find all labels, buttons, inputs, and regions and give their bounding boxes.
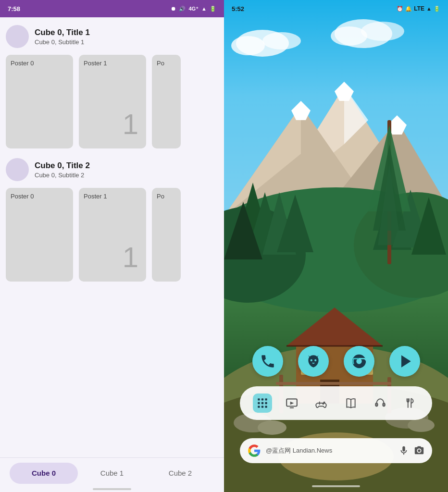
dock-video-icon[interactable] [282,394,301,413]
right-time: 5:52 [232,5,244,12]
svg-point-2 [231,36,265,55]
svg-rect-47 [258,398,260,400]
poster-1-0-label: Poster 0 [11,60,34,67]
dock-gamepad-icon[interactable] [311,394,331,413]
camera-icon[interactable] [414,445,424,456]
dock-book-icon[interactable] [341,394,361,413]
alarm-icon: ⏰ [397,6,403,12]
left-status-bar: 7:58 ⏺ 🔊 4G⁺ ▲ 🔋 [0,0,224,17]
svg-point-62 [324,402,325,403]
section-1-avatar [6,25,29,48]
svg-point-6 [361,22,404,41]
poster-1-2[interactable]: Po [152,55,181,148]
section-2-avatar [6,158,29,181]
dock-fork-icon[interactable] [400,394,419,413]
poster-1-2-label: Po [157,60,164,67]
sound-icon: 🔔 [405,6,412,12]
bottom-tabs: Cube 0 Cube 1 Cube 2 [0,457,224,492]
svg-rect-52 [265,402,267,404]
right-panel: 5:52 ⏰ 🔔 LTE ▲ 🔋 [224,0,448,492]
svg-point-3 [262,32,301,49]
left-status-icons: ⏺ 🔊 4G⁺ ▲ 🔋 [171,6,216,12]
tab-cube-0[interactable]: Cube 0 [10,463,78,484]
svg-point-72 [356,358,361,364]
home-indicator-right [312,485,360,487]
search-placeholder: @蓝点网 Landian.News [266,446,394,455]
right-status-icons: ⏰ 🔔 LTE ▲ 🔋 [397,5,440,12]
section-1: Cube 0, Title 1 Cube 0, Subtitle 1 Poste… [6,25,218,148]
poster-1-1-label: Poster 1 [84,60,107,67]
record-icon: ⏺ [171,6,176,12]
svg-point-69 [310,359,312,361]
battery-icon: 🔋 [210,6,216,12]
svg-point-36 [408,418,435,432]
section-1-title: Cube 0, Title 1 [35,28,90,37]
section-2-text: Cube 0, Title 2 Cube 0, Subtitle 2 [35,161,90,179]
section-2-header: Cube 0, Title 2 Cube 0, Subtitle 2 [6,158,218,181]
svg-rect-45 [276,382,391,385]
dock-grid-icon[interactable] [253,394,272,413]
cat-icon-launcher[interactable] [298,346,329,377]
poster-1-1[interactable]: Poster 1 1 [79,55,146,148]
phone-icon-launcher[interactable] [252,346,283,377]
launcher-icons [245,346,427,377]
svg-marker-57 [290,402,294,405]
svg-rect-54 [261,406,263,407]
wifi-icon: ▲ [201,6,207,12]
chrome-icon-launcher[interactable] [344,346,374,377]
signal-4g-icon: 4G⁺ [188,6,199,12]
lte-label: LTE [414,5,424,12]
svg-rect-49 [265,398,267,400]
section-2-subtitle: Cube 0, Subtitle 2 [35,172,90,179]
svg-rect-58 [290,407,294,408]
svg-rect-65 [383,403,385,406]
tab-cube-2[interactable]: Cube 2 [146,463,214,484]
poster-2-0[interactable]: Poster 0 [6,188,73,282]
section-1-text: Cube 0, Title 1 Cube 0, Subtitle 1 [35,28,90,46]
section-2-title: Cube 0, Title 2 [35,161,90,171]
google-logo [248,444,261,457]
poster-2-1[interactable]: Poster 1 1 [79,188,146,282]
poster-2-1-label: Poster 1 [84,193,107,200]
poster-1-0[interactable]: Poster 0 [6,55,73,148]
microphone-icon[interactable] [398,445,409,456]
right-status-bar: 5:52 ⏰ 🔔 LTE ▲ 🔋 [224,0,448,17]
svg-marker-38 [286,308,383,346]
svg-point-73 [418,449,421,452]
section-1-header: Cube 0, Title 1 Cube 0, Subtitle 1 [6,25,218,48]
poster-2-2-label: Po [157,193,164,200]
volume-icon: 🔊 [179,6,186,12]
section-2-posters: Poster 0 Poster 1 1 Po [6,188,218,282]
svg-point-70 [314,359,316,361]
section-2: Cube 0, Title 2 Cube 0, Subtitle 2 Poste… [6,158,218,282]
svg-rect-48 [261,398,263,400]
section-1-subtitle: Cube 0, Subtitle 1 [35,38,90,46]
app-dock [240,386,432,420]
svg-rect-50 [258,402,260,404]
poster-2-2[interactable]: Po [152,188,181,282]
svg-point-34 [258,420,286,435]
poster-2-1-number: 1 [123,243,138,272]
svg-rect-64 [375,403,377,406]
home-indicator-left [93,488,131,490]
poster-1-1-number: 1 [123,110,138,139]
svg-rect-51 [261,402,263,404]
dock-headphones-icon[interactable] [371,394,390,413]
section-1-posters: Poster 0 Poster 1 1 Po [6,55,218,148]
battery-icon-right: 🔋 [434,6,440,12]
play-icon-launcher[interactable] [389,346,420,377]
poster-2-0-label: Poster 0 [11,193,34,200]
left-panel: 7:58 ⏺ 🔊 4G⁺ ▲ 🔋 Cube 0, Title 1 Cube 0,… [0,0,224,492]
left-time: 7:58 [8,5,20,12]
svg-rect-55 [265,406,267,407]
signal-icon: ▲ [426,6,432,12]
svg-rect-53 [258,406,260,407]
search-action-icons [398,445,424,456]
tab-cube-1[interactable]: Cube 1 [78,463,146,484]
search-bar[interactable]: @蓝点网 Landian.News [240,438,432,463]
left-content: Cube 0, Title 1 Cube 0, Subtitle 1 Poste… [0,17,224,492]
